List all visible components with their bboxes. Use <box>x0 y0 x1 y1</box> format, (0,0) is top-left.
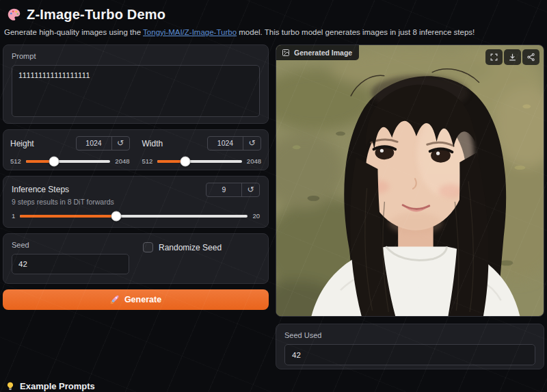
seed-label: Seed <box>12 241 133 249</box>
page-title: Z-Image-Turbo Demo <box>27 7 165 23</box>
lightbulb-icon <box>5 381 15 391</box>
steps-info: 9 steps results in 8 DiT forwards <box>12 198 114 206</box>
prompt-panel: Prompt 111111111111111111 <box>3 44 269 124</box>
generate-button-label: Generate <box>124 295 161 304</box>
randomize-seed-label: Randomize Seed <box>159 243 222 252</box>
height-slider-track[interactable] <box>26 160 111 163</box>
share-icon <box>526 53 535 62</box>
steps-max-label: 20 <box>252 212 260 220</box>
steps-value-input[interactable] <box>206 183 242 196</box>
prompt-label: Prompt <box>12 52 260 60</box>
image-icon <box>282 49 290 57</box>
subtitle-text-2: model. This turbo model generates images… <box>237 28 475 36</box>
image-label: Generated Image <box>294 49 352 57</box>
image-toolbar <box>485 49 539 65</box>
fullscreen-button[interactable] <box>485 49 503 65</box>
fullscreen-icon <box>490 53 498 62</box>
steps-number-box: ↺ <box>206 183 260 197</box>
height-reset-button[interactable]: ↺ <box>112 137 129 150</box>
randomize-seed-checkbox[interactable] <box>143 242 153 252</box>
generated-image-panel: Generated Image <box>276 44 544 317</box>
steps-min-label: 1 <box>12 212 15 220</box>
seed-panel: Seed Randomize Seed <box>3 233 269 284</box>
inference-steps-panel: Inference Steps 9 steps results in 8 DiT… <box>3 176 269 228</box>
example-prompts-title: Example Prompts <box>20 381 95 391</box>
height-value-input[interactable] <box>77 137 112 150</box>
app-page: Z-Image-Turbo Demo Generate high-quality… <box>0 0 547 391</box>
generated-image[interactable] <box>276 45 544 316</box>
app-subtitle: Generate high-quality images using the T… <box>3 24 544 44</box>
seed-used-label: Seed Used <box>284 331 535 339</box>
steps-slider-fill <box>20 215 116 218</box>
width-value-input[interactable] <box>208 137 243 150</box>
seed-used-panel: Seed Used <box>276 324 544 369</box>
width-slider-group: Width ↺ 512 2048 <box>142 136 262 164</box>
width-slider-track[interactable] <box>157 160 242 163</box>
width-reset-button[interactable]: ↺ <box>243 137 261 150</box>
dimensions-panel: Height ↺ 512 2048 <box>3 129 269 170</box>
model-link[interactable]: Tongyi-MAI/Z-Image-Turbo <box>143 28 237 36</box>
height-label: Height <box>10 139 34 148</box>
share-button[interactable] <box>522 49 539 65</box>
download-icon <box>508 53 517 62</box>
header: Z-Image-Turbo Demo <box>3 4 544 24</box>
example-prompts-heading: Example Prompts <box>3 375 544 391</box>
generate-button[interactable]: Generate <box>3 289 269 310</box>
download-button[interactable] <box>504 49 521 65</box>
seed-input[interactable] <box>12 254 129 274</box>
prompt-input[interactable]: 111111111111111111 <box>12 65 260 117</box>
seed-used-value[interactable] <box>284 344 535 365</box>
rocket-icon <box>110 295 120 304</box>
steps-label: Inference Steps <box>12 185 69 194</box>
steps-slider-handle[interactable] <box>111 211 121 221</box>
height-slider-handle[interactable] <box>49 156 59 166</box>
width-label: Width <box>142 139 163 148</box>
steps-reset-button[interactable]: ↺ <box>242 183 259 196</box>
height-slider-group: Height ↺ 512 2048 <box>10 136 130 164</box>
width-max-label: 2048 <box>247 157 261 165</box>
height-min-label: 512 <box>10 157 21 165</box>
image-label-badge: Generated Image <box>276 45 359 60</box>
width-min-label: 512 <box>142 157 153 165</box>
steps-slider-track[interactable] <box>20 215 248 218</box>
width-slider-handle[interactable] <box>181 156 191 166</box>
palette-icon <box>7 8 21 22</box>
height-max-label: 2048 <box>115 157 129 165</box>
height-number-box: ↺ <box>76 136 130 151</box>
subtitle-text: Generate high-quality images using the <box>4 28 143 36</box>
randomize-seed-checkbox-row[interactable]: Randomize Seed <box>143 242 222 252</box>
width-number-box: ↺ <box>207 136 261 151</box>
